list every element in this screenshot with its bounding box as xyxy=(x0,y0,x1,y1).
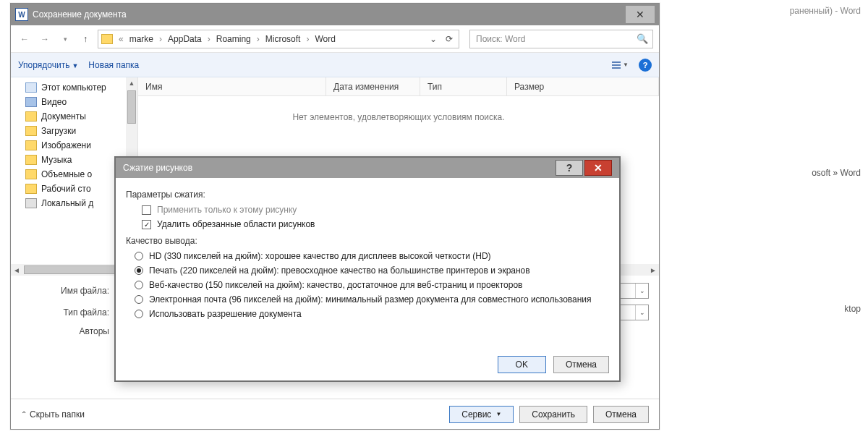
compress-pictures-dialog: Сжатие рисунков ? ✕ Параметры сжатия: Пр… xyxy=(114,156,621,382)
chevron-right-icon: › xyxy=(159,34,162,44)
quality-print-radio[interactable]: Печать (220 пикселей на дюйм): превосход… xyxy=(126,263,609,278)
radio-icon xyxy=(135,295,143,304)
list-header: Имя Дата изменения Тип Размер xyxy=(138,77,659,96)
search-box[interactable]: 🔍 xyxy=(469,30,653,48)
tree-downloads[interactable]: Загрузки xyxy=(11,124,137,138)
bg-word-title: раненный) - Word xyxy=(790,6,861,16)
compress-dialog-title: Сжатие рисунков xyxy=(123,163,192,173)
folder-icon xyxy=(101,34,113,44)
search-icon[interactable]: 🔍 xyxy=(637,33,648,44)
crumb-4[interactable]: Word xyxy=(315,34,335,44)
quality-hd-radio[interactable]: HD (330 пикселей на дюйм): хорошее качес… xyxy=(126,249,609,263)
radio-icon xyxy=(135,252,143,260)
help-icon[interactable]: ? xyxy=(639,59,652,72)
filetype-label: Тип файла: xyxy=(21,307,115,318)
close-icon[interactable]: ✕ xyxy=(626,6,655,23)
save-dialog-titlebar[interactable]: W Сохранение документа ✕ xyxy=(11,4,659,25)
hide-folders-button[interactable]: ⌃ Скрыть папки xyxy=(21,409,85,420)
crumb-3[interactable]: Microsoft xyxy=(265,34,301,44)
chevron-down-icon[interactable]: ⌄ xyxy=(635,284,648,298)
list-view-icon xyxy=(612,61,621,69)
chevron-up-icon: ⌃ xyxy=(21,410,27,418)
cancel-button[interactable]: Отмена xyxy=(593,406,649,423)
col-name[interactable]: Имя xyxy=(138,77,326,95)
quality-docres-radio[interactable]: Использовать разрешение документа xyxy=(126,307,609,321)
chevron-right-icon: « xyxy=(119,34,124,44)
col-size[interactable]: Размер xyxy=(507,77,659,95)
radio-icon xyxy=(135,266,143,275)
col-date[interactable]: Дата изменения xyxy=(326,77,420,95)
new-folder-button[interactable]: Новая папка xyxy=(88,60,139,70)
scroll-up-icon[interactable]: ▲ xyxy=(126,77,137,89)
save-dialog-title: Сохранение документа xyxy=(33,9,127,20)
tree-pictures[interactable]: Изображени xyxy=(11,138,137,153)
tools-button[interactable]: Сервис▼ xyxy=(449,406,514,423)
help-button[interactable]: ? xyxy=(556,160,583,176)
view-button[interactable]: ▼ xyxy=(612,61,629,69)
apply-only-this-checkbox[interactable]: Применить только к этому рисунку xyxy=(126,203,609,217)
bg-save-fragment: ktop xyxy=(844,304,861,314)
quality-web-radio[interactable]: Веб-качество (150 пикселей на дюйм): кач… xyxy=(126,278,609,292)
tree-documents[interactable]: Документы xyxy=(11,109,137,124)
save-button[interactable]: Сохранить xyxy=(519,406,587,423)
cancel-button[interactable]: Отмена xyxy=(553,356,609,373)
scroll-left-icon[interactable]: ◄ xyxy=(11,266,22,274)
filename-label: Имя файла: xyxy=(21,286,115,296)
chevron-down-icon[interactable]: ⌄ xyxy=(635,305,648,320)
chevron-right-icon: › xyxy=(208,34,210,44)
nav-fwd-icon: → xyxy=(37,31,53,47)
nav-recent-icon[interactable]: ▾ xyxy=(57,31,73,47)
chevron-right-icon: › xyxy=(306,34,309,44)
checkbox-icon: ✓ xyxy=(142,220,151,229)
nav-row: ← → ▾ ↑ « marke › AppData › Roaming › Mi… xyxy=(11,25,659,53)
radio-icon xyxy=(135,281,143,289)
quality-email-radio[interactable]: Электронная почта (96 пикселей на дюйм):… xyxy=(126,292,609,307)
crumb-dropdown-icon[interactable]: ⌄ xyxy=(427,34,440,44)
authors-label: Авторы xyxy=(21,326,115,336)
chevron-right-icon: › xyxy=(257,34,260,44)
search-input[interactable] xyxy=(475,33,637,45)
bg-path-fragment: osoft » Word xyxy=(812,168,861,178)
delete-cropped-checkbox[interactable]: ✓ Удалить обрезанные области рисунков xyxy=(126,217,609,231)
crumb-1[interactable]: AppData xyxy=(168,34,202,44)
close-icon[interactable]: ✕ xyxy=(584,160,612,176)
tree-this-pc[interactable]: Этот компьютер xyxy=(11,80,137,95)
compress-dialog-titlebar[interactable]: Сжатие рисунков ? ✕ xyxy=(116,158,619,178)
ok-button[interactable]: OK xyxy=(498,356,546,373)
compression-params-heading: Параметры сжатия: xyxy=(126,190,609,200)
organize-button[interactable]: Упорядочить▼ xyxy=(18,60,78,70)
crumb-0[interactable]: marke xyxy=(129,34,153,44)
scroll-thumb[interactable] xyxy=(127,90,136,124)
output-quality-heading: Качество вывода: xyxy=(126,236,609,246)
nav-back-icon[interactable]: ← xyxy=(17,31,33,47)
tree-videos[interactable]: Видео xyxy=(11,95,137,109)
breadcrumb[interactable]: « marke › AppData › Roaming › Microsoft … xyxy=(98,30,459,48)
word-icon: W xyxy=(15,8,28,21)
nav-up-icon[interactable]: ↑ xyxy=(77,31,93,47)
empty-list-message: Нет элементов, удовлетворяющих условиям … xyxy=(138,96,659,122)
command-bar: Упорядочить▼ Новая папка ▼ ? xyxy=(11,53,659,77)
save-dialog-footer: ⌃ Скрыть папки Сервис▼ Сохранить Отмена xyxy=(11,399,659,429)
refresh-icon[interactable]: ⟳ xyxy=(443,34,456,44)
scroll-right-icon[interactable]: ► xyxy=(647,266,659,274)
crumb-2[interactable]: Roaming xyxy=(216,34,251,44)
radio-icon xyxy=(135,310,143,318)
checkbox-icon xyxy=(142,205,151,215)
col-type[interactable]: Тип xyxy=(420,77,507,95)
